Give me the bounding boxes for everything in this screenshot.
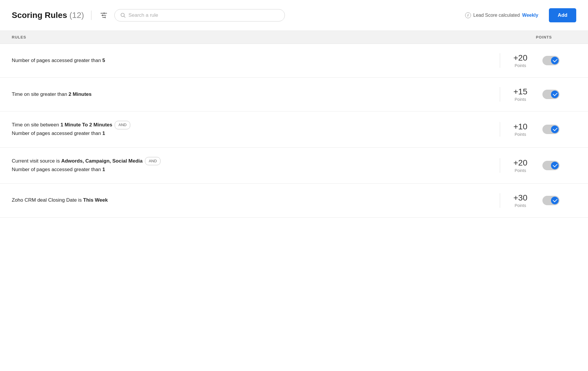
points-divider [500,193,500,208]
points-divider [500,122,500,137]
col-points-header: POINTS [512,35,576,39]
points-value-block: +20Points [507,158,534,173]
points-value-block: +15Points [507,87,534,102]
weekly-link[interactable]: Weekly [522,13,538,18]
toggle[interactable] [542,90,559,99]
title-text: Scoring Rules [12,11,67,20]
svg-line-7 [124,16,125,17]
search-box[interactable] [114,9,285,21]
rule-description: Time on site greater than 2 Minutes [12,90,500,99]
points-divider [500,53,500,68]
table-row: Time on site between 1 Minute To 2 Minut… [0,111,588,148]
points-number: +10 [513,122,527,131]
page-header: Scoring Rules (12) i Lead Score calculat… [0,0,588,31]
rule-description: Number of pages accessed greater than 5 [12,56,500,65]
points-divider [500,87,500,102]
toggle[interactable] [542,196,559,205]
header-divider [91,11,91,20]
filter-button[interactable] [98,10,109,20]
and-badge: AND [145,157,161,165]
table-row: Current visit source is Adwords, Campaig… [0,148,588,184]
filter-icon [100,12,107,19]
title-count: (12) [69,11,84,20]
points-label: Points [515,63,526,68]
table-row: Zoho CRM deal Closing Date is This Week+… [0,184,588,218]
rule-description: Time on site between 1 Minute To 2 Minut… [12,121,500,138]
points-label: Points [515,168,526,173]
points-label: Points [515,97,526,102]
points-value-block: +10Points [507,122,534,137]
toggle[interactable] [542,56,559,65]
rule-points-area: +10Points [500,122,576,137]
col-rules-header: RULES [12,35,512,39]
search-input[interactable] [128,12,279,18]
toggle[interactable] [542,125,559,134]
points-number: +15 [513,87,527,96]
points-divider [500,158,500,173]
rule-points-area: +30Points [500,193,576,208]
points-number: +20 [513,158,527,168]
points-number: +30 [513,193,527,203]
rules-list: Number of pages accessed greater than 5+… [0,44,588,218]
table-row: Time on site greater than 2 Minutes+15Po… [0,78,588,111]
points-label: Points [515,203,526,208]
lead-score-label: Lead Score calculated [473,13,520,18]
lead-score-info: i Lead Score calculated Weekly [465,12,538,18]
points-value-block: +20Points [507,53,534,68]
rule-points-area: +20Points [500,158,576,173]
points-label: Points [515,132,526,137]
points-number: +20 [513,53,527,63]
info-icon: i [465,12,471,18]
rule-description: Zoho CRM deal Closing Date is This Week [12,196,500,205]
toggle[interactable] [542,161,559,170]
add-button[interactable]: Add [549,8,576,22]
rule-points-area: +15Points [500,87,576,102]
search-icon [121,13,126,18]
page-title: Scoring Rules (12) [12,11,84,20]
rule-points-area: +20Points [500,53,576,68]
table-header: RULES POINTS [0,31,588,44]
rule-description: Current visit source is Adwords, Campaig… [12,157,500,174]
table-row: Number of pages accessed greater than 5+… [0,44,588,78]
and-badge: AND [115,121,130,129]
points-value-block: +30Points [507,193,534,208]
